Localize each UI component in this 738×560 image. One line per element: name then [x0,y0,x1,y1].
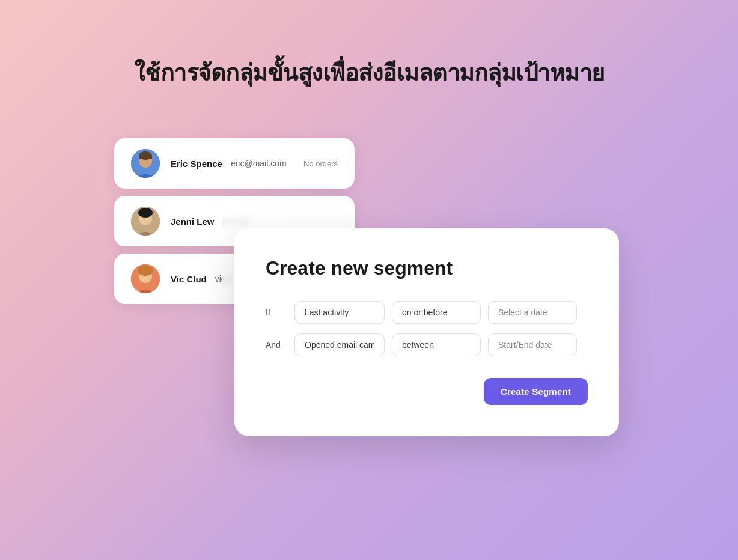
filter-date-picker2[interactable]: Start/End date [488,333,577,356]
svg-point-10 [138,208,153,218]
contact-name-jenni: Jenni Lew [171,216,215,227]
contact-info-eric: Eric Spence eric@mail.com No orders [171,159,338,169]
svg-point-15 [138,265,153,276]
svg-rect-5 [139,156,152,159]
filter-label-if: If [266,308,287,317]
contact-card-eric: Eric Spence eric@mail.com No orders [114,138,355,189]
modal-title: Create new segment [266,257,588,279]
contact-status-eric: No orders [303,159,338,168]
page-title: ใช้การจัดกลุ่มขั้นสูงเพื่อส่งอีเมลตามกลุ… [0,54,738,91]
filter-rows: If Last activity on or before Select a d… [266,301,588,356]
filter-row-and: And Opened email cam... between Start/En… [266,333,588,356]
filter-label-and: And [266,340,287,350]
contact-email-jenni: jenni@... [223,216,256,226]
contact-info-jenni: Jenni Lew jenni@... [171,216,338,227]
create-segment-modal: Create new segment If Last activity on o… [234,228,619,436]
filter-condition-operator2[interactable]: between [392,333,481,356]
contact-name-vic: Vic Clud [171,274,207,284]
filter-condition-field2[interactable]: Opened email cam... [294,333,385,356]
filter-date-picker1[interactable]: Select a date [488,301,577,324]
avatar-jenni [131,207,160,236]
filter-row-if: If Last activity on or before Select a d… [266,301,588,324]
filter-condition-field1[interactable]: Last activity [294,301,385,324]
modal-actions: Create Segment [266,378,588,405]
filter-condition-operator1[interactable]: on or before [392,301,481,324]
contact-name-eric: Eric Spence [171,159,222,169]
avatar-eric [131,149,160,178]
contact-email-eric: eric@mail.com [231,159,287,168]
create-segment-button[interactable]: Create Segment [484,378,588,405]
avatar-vic [131,264,160,293]
